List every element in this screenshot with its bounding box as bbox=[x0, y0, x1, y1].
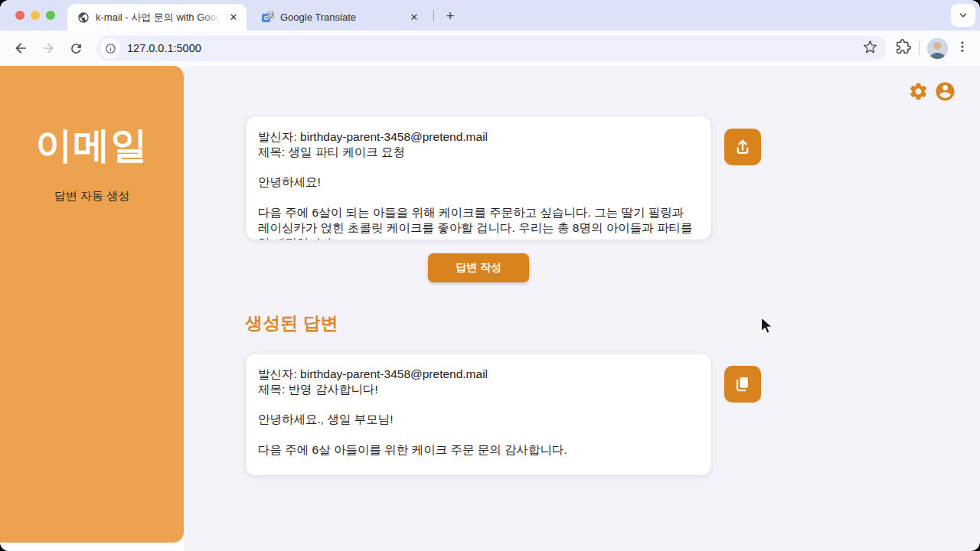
globe-icon bbox=[77, 11, 90, 24]
minimize-window-button[interactable] bbox=[31, 11, 40, 20]
tab-google-translate[interactable]: G文 Google Translate ✕ bbox=[254, 4, 427, 31]
generated-reply-heading: 생성된 답변 bbox=[245, 311, 338, 335]
copy-icon bbox=[733, 374, 753, 394]
site-info-icon[interactable] bbox=[100, 38, 120, 58]
app-title: 이메일 bbox=[36, 121, 149, 170]
account-icon[interactable] bbox=[934, 80, 956, 106]
forward-button[interactable] bbox=[37, 37, 60, 60]
tab-search-button[interactable] bbox=[951, 4, 975, 27]
incoming-email-card: 발신자: birthday-parent-3458@pretend.mail 제… bbox=[245, 116, 712, 240]
macos-window-controls bbox=[15, 11, 55, 20]
browser-window: k-mail - 사업 문의 with Google ✕ G文 Google T… bbox=[0, 0, 980, 551]
browser-toolbar: 127.0.0.1:5000 bbox=[0, 31, 980, 66]
tab-title: k-mail - 사업 문의 with Google bbox=[96, 11, 220, 24]
extensions-icon[interactable] bbox=[896, 39, 911, 57]
toolbar-divider bbox=[919, 41, 920, 55]
generated-reply-card: 발신자: birthday-parent-3458@pretend.mail 제… bbox=[245, 353, 712, 476]
close-tab-icon[interactable]: ✕ bbox=[407, 11, 421, 24]
url-bar[interactable]: 127.0.0.1:5000 bbox=[96, 35, 887, 61]
sidebar: 이메일 답변 자동 생성 bbox=[0, 66, 184, 543]
header-icons bbox=[908, 80, 956, 106]
page-content: 이메일 답변 자동 생성 발신자: birthday-parent-3458@p… bbox=[0, 66, 980, 551]
settings-gear-icon[interactable] bbox=[908, 81, 929, 105]
bookmark-star-icon[interactable] bbox=[863, 40, 877, 57]
back-button[interactable] bbox=[9, 37, 32, 60]
chevron-down-icon bbox=[958, 10, 969, 21]
new-tab-button[interactable]: + bbox=[441, 7, 459, 25]
upload-email-button[interactable] bbox=[724, 129, 761, 165]
sidebar-column: 이메일 답변 자동 생성 bbox=[0, 66, 184, 551]
browser-menu-icon[interactable] bbox=[956, 40, 969, 57]
main-area: 발신자: birthday-parent-3458@pretend.mail 제… bbox=[184, 66, 980, 551]
upload-icon bbox=[733, 137, 753, 157]
tab-title: Google Translate bbox=[280, 11, 401, 23]
google-translate-icon: G文 bbox=[262, 11, 274, 24]
toolbar-right-group bbox=[896, 38, 971, 59]
copy-reply-button[interactable] bbox=[724, 366, 761, 403]
tab-kmail[interactable]: k-mail - 사업 문의 with Google ✕ bbox=[67, 4, 247, 31]
reload-button[interactable] bbox=[64, 37, 87, 60]
url-text[interactable]: 127.0.0.1:5000 bbox=[127, 42, 856, 54]
tab-divider bbox=[433, 10, 434, 21]
write-reply-button[interactable]: 답변 작성 bbox=[428, 253, 529, 282]
close-tab-icon[interactable]: ✕ bbox=[227, 11, 240, 24]
profile-avatar[interactable] bbox=[927, 38, 948, 59]
tab-strip: k-mail - 사업 문의 with Google ✕ G文 Google T… bbox=[0, 0, 980, 31]
app-subtitle: 답변 자동 생성 bbox=[54, 189, 129, 204]
close-window-button[interactable] bbox=[15, 11, 24, 20]
maximize-window-button[interactable] bbox=[46, 11, 55, 20]
